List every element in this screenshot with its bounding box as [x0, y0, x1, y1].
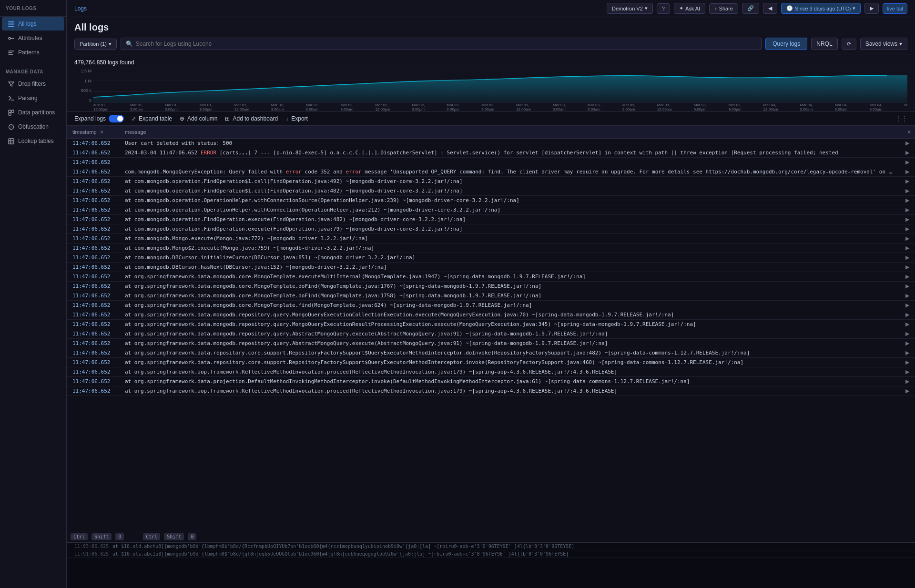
expand-row-button[interactable]: ▶	[900, 320, 915, 329]
table-row[interactable]: 11:47:06.652▶	[67, 158, 915, 167]
table-row[interactable]: 11:47:06.652com.mongodb.MongoQueryExcept…	[67, 167, 915, 177]
close-timestamp-col-button[interactable]: ✕	[99, 129, 105, 135]
prev-time-button[interactable]: ◀	[763, 3, 777, 14]
table-row[interactable]: 11:47:06.652at com.mongodb.operation.Fin…	[67, 215, 915, 224]
expand-row-button[interactable]: ▶	[900, 386, 915, 396]
timestamp-cell: 11:47:06.652	[67, 177, 119, 186]
table-row[interactable]: 11:47:06.652at com.mongodb.Mongo$2.execu…	[67, 243, 915, 253]
message-cell: at com.mongodb.operation.OperationHelper…	[119, 205, 900, 215]
sidebar-item-drop-filters[interactable]: Drop filters	[2, 77, 64, 91]
table-row[interactable]: 11:47:06.652User cart deleted with statu…	[67, 139, 915, 148]
table-row[interactable]: 11:47:06.6522024-03-04 11:47:06.652 ERRO…	[67, 148, 915, 158]
expand-row-button[interactable]: ▶	[900, 377, 915, 386]
chart-y-label-4: 0	[74, 98, 92, 103]
partition-button[interactable]: Partition (1) ▾	[74, 39, 117, 50]
search-icon: 🔍	[126, 41, 133, 47]
help-button[interactable]: ?	[657, 3, 670, 14]
expand-row-button[interactable]: ▶	[900, 139, 915, 148]
add-to-dashboard-button[interactable]: ⊞ Add to dashboard	[225, 115, 278, 122]
table-row[interactable]: 11:47:06.652at org.springframework.data.…	[67, 272, 915, 282]
table-row[interactable]: 11:47:06.652at com.mongodb.DBCursor.hasN…	[67, 263, 915, 272]
ask-ai-button[interactable]: ✦ Ask AI	[674, 3, 705, 14]
table-row[interactable]: 11:47:06.652at org.springframework.data.…	[67, 282, 915, 291]
table-row[interactable]: 11:47:06.652at com.mongodb.operation.Ope…	[67, 196, 915, 205]
table-row[interactable]: 11:47:06.652at com.mongodb.operation.Fin…	[67, 224, 915, 234]
chart-settings[interactable]: ⋮⋮	[896, 115, 907, 122]
expand-row-button[interactable]: ▶	[900, 148, 915, 158]
table-row[interactable]: 11:47:06.652at com.mongodb.operation.Fin…	[67, 177, 915, 186]
sidebar-item-lookup-tables[interactable]: Lookup tables	[2, 134, 64, 148]
share-button[interactable]: ↑ Share	[709, 3, 738, 14]
table-row[interactable]: 11:47:06.652at org.springframework.data.…	[67, 358, 915, 367]
message-cell: at org.springframework.data.mongodb.core…	[119, 272, 900, 282]
expand-row-button[interactable]: ▶	[900, 329, 915, 339]
expand-row-button[interactable]: ▶	[900, 215, 915, 224]
expand-row-button[interactable]: ▶	[900, 358, 915, 367]
expand-row-button[interactable]: ▶	[900, 339, 915, 348]
sidebar-item-label: Drop filters	[18, 81, 46, 87]
sidebar-item-parsing[interactable]: Parsing	[2, 91, 64, 105]
expand-logs-toggle[interactable]	[109, 115, 124, 122]
expand-row-button[interactable]: ▶	[900, 301, 915, 310]
account-selector[interactable]: Demotron V2 ▾	[607, 3, 653, 14]
expand-row-button[interactable]: ▶	[900, 348, 915, 358]
next-time-button[interactable]: ▶	[864, 3, 879, 14]
link-button[interactable]: 🔗	[742, 3, 759, 14]
table-row[interactable]: 11:47:06.652at com.mongodb.operation.Ope…	[67, 205, 915, 215]
refresh-button[interactable]: ⟳	[842, 39, 856, 50]
expand-row-button[interactable]: ▶	[900, 367, 915, 377]
sidebar-item-obfuscation[interactable]: Obfuscation	[2, 120, 64, 133]
table-row[interactable]: 11:47:06.652at org.springframework.aop.f…	[67, 386, 915, 396]
nrql-button[interactable]: NRQL	[811, 38, 837, 50]
table-row[interactable]: 11:47:06.652at org.springframework.data.…	[67, 320, 915, 329]
table-row[interactable]: 11:47:06.652at org.springframework.data.…	[67, 291, 915, 301]
sidebar-item-patterns[interactable]: Patterns	[2, 46, 64, 59]
expand-row-button[interactable]: ▶	[900, 158, 915, 167]
expand-row-button[interactable]: ▶	[900, 205, 915, 215]
expand-table-button[interactable]: ⤢ Expand table	[132, 115, 172, 122]
table-row[interactable]: 11:47:06.652at com.mongodb.Mongo.execute…	[67, 234, 915, 243]
search-input[interactable]	[136, 41, 756, 47]
expand-row-button[interactable]: ▶	[900, 177, 915, 186]
expand-row-button[interactable]: ▶	[900, 196, 915, 205]
help-icon: ?	[662, 6, 665, 11]
table-row[interactable]: 11:47:06.652at org.springframework.data.…	[67, 310, 915, 320]
log-controls: Expand logs ⤢ Expand table ⊕ Add column …	[67, 112, 915, 126]
expand-row-button[interactable]: ▶	[900, 253, 915, 263]
x-label: M	[904, 103, 907, 112]
saved-views-button[interactable]: Saved views ▾	[860, 38, 907, 50]
export-button[interactable]: ↓ Export	[285, 115, 308, 122]
table-row[interactable]: 11:47:06.652at org.springframework.data.…	[67, 377, 915, 386]
table-row[interactable]: 11:47:06.652at org.springframework.data.…	[67, 329, 915, 339]
add-column-button[interactable]: ⊕ Add column	[180, 115, 217, 122]
expand-logs-button[interactable]: Expand logs	[74, 115, 124, 122]
expand-row-button[interactable]: ▶	[900, 282, 915, 291]
filter-icon	[8, 81, 14, 87]
sidebar-item-all-logs[interactable]: All logs	[2, 17, 64, 30]
results-info: 479,764,850 logs found	[74, 57, 907, 69]
table-row[interactable]: 11:47:06.652at com.mongodb.operation.Fin…	[67, 186, 915, 196]
close-panel-header[interactable]: ✕	[900, 126, 915, 139]
live-tail-button[interactable]: live tail	[883, 3, 907, 14]
expand-row-button[interactable]: ▶	[900, 224, 915, 234]
message-cell: at com.mongodb.operation.FindOperation.e…	[119, 224, 900, 234]
x-label: Mar 01,3:00pm	[130, 103, 143, 112]
expand-row-button[interactable]: ▶	[900, 243, 915, 253]
expand-row-button[interactable]: ▶	[900, 186, 915, 196]
table-row[interactable]: 11:47:06.652at org.springframework.data.…	[67, 301, 915, 310]
expand-row-button[interactable]: ▶	[900, 263, 915, 272]
expand-row-button[interactable]: ▶	[900, 291, 915, 301]
expand-row-button[interactable]: ▶	[900, 167, 915, 177]
table-row[interactable]: 11:47:06.652at com.mongodb.DBCursor.init…	[67, 253, 915, 263]
expand-row-button[interactable]: ▶	[900, 272, 915, 282]
expand-row-button[interactable]: ▶	[900, 234, 915, 243]
message-cell: at com.mongodb.Mongo$2.execute(Mongo.jav…	[119, 243, 900, 253]
query-logs-button[interactable]: Query logs	[765, 38, 807, 50]
table-row[interactable]: 11:47:06.652at org.springframework.data.…	[67, 339, 915, 348]
table-row[interactable]: 11:47:06.652at org.springframework.data.…	[67, 348, 915, 358]
expand-row-button[interactable]: ▶	[900, 310, 915, 320]
table-row[interactable]: 11:47:06.652at org.springframework.aop.f…	[67, 367, 915, 377]
sidebar-item-attributes[interactable]: Attributes	[2, 31, 64, 45]
sidebar-item-data-partitions[interactable]: Data partitions	[2, 106, 64, 119]
time-picker-button[interactable]: 🕐 Since 3 days ago (UTC) ▾	[781, 3, 861, 14]
